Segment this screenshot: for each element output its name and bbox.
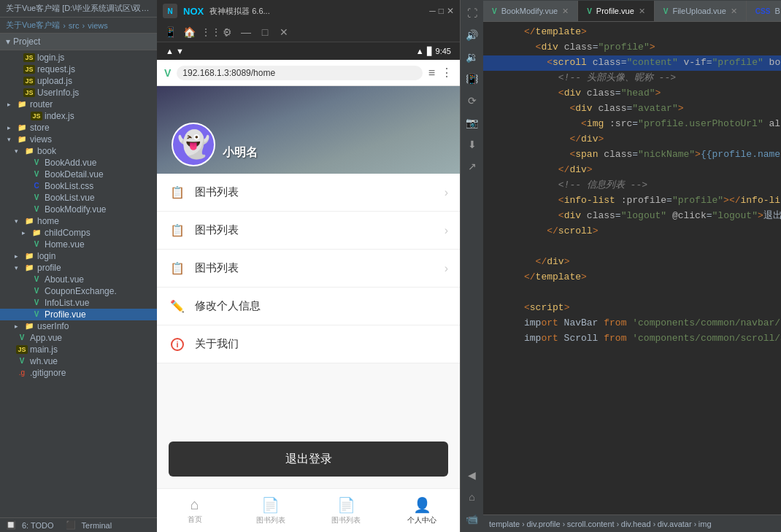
code-line: <!-- 信息列表 --> <box>483 178 781 193</box>
toolbar-rotate-icon[interactable]: ⟳ <box>462 90 482 111</box>
tree-item-booklist-css[interactable]: CBookList.css <box>0 180 157 192</box>
editor-tab-tab-bookmodify[interactable]: VBookModify.vue✕ <box>483 1 578 21</box>
editor-tab-tab-fileupload[interactable]: VFileUpload.vue✕ <box>655 1 747 21</box>
toolbar-icon-4[interactable]: ⚙ <box>220 26 234 38</box>
tree-label: profile <box>37 263 61 273</box>
tree-item-login-folder[interactable]: ▸📁login <box>0 250 157 262</box>
nav-item-nav-profile[interactable]: 👤个人中心 <box>384 496 460 525</box>
tree-item-bookmodify-vue[interactable]: VBookModify.vue <box>0 204 157 215</box>
toolbar-icon-7[interactable]: ✕ <box>277 26 291 38</box>
tree-item-views[interactable]: ▾📁views <box>0 134 157 145</box>
tree-item-booklist-vue[interactable]: VBookList.vue <box>0 192 157 204</box>
profile-header: 👻 小明名 <box>157 86 460 174</box>
tree-label: store <box>30 123 50 133</box>
project-header[interactable]: ▾ Project <box>0 34 157 50</box>
avatar: 👻 <box>172 123 215 166</box>
tree-item-userinfo-folder[interactable]: ▸📁userInfo <box>0 320 157 332</box>
browser-menu-icon[interactable]: ≡ <box>428 66 435 80</box>
editor-tab-tab-css[interactable]: CSSB <box>747 1 781 21</box>
tree-item-coupon-vue[interactable]: VCouponExchange. <box>0 285 157 297</box>
toolbar-camera-icon[interactable]: 📹 <box>462 509 482 529</box>
toolbar-icon-6[interactable]: □ <box>258 26 272 38</box>
tab-label: B <box>774 7 780 15</box>
tree-item-profile-vue[interactable]: VProfile.vue <box>0 309 157 320</box>
tree-arrow: ▾ <box>15 264 23 271</box>
browser-url[interactable]: 192.168.1.3:8089/home <box>177 66 422 80</box>
terminal-label[interactable]: Terminal <box>82 521 112 530</box>
tree-item-bookdetail-vue[interactable]: VBookDetail.vue <box>0 169 157 180</box>
menu-item-menu5[interactable]: i关于我们 <box>157 325 460 363</box>
nav-icon: 📄 <box>337 496 355 514</box>
toolbar-screenshot-icon[interactable]: 📷 <box>462 112 482 133</box>
toolbar-vibrate-icon[interactable]: 📳 <box>462 69 482 89</box>
nox-maximize-btn[interactable]: □ <box>439 6 444 16</box>
tree-item-router[interactable]: ▸📁router <box>0 99 157 110</box>
logout-button[interactable]: 退出登录 <box>169 442 448 477</box>
code-line <box>483 239 781 255</box>
nox-close-btn[interactable]: ✕ <box>447 6 454 16</box>
tree-icon-js: JS <box>23 88 35 98</box>
toolbar-icon-5[interactable]: — <box>239 26 253 38</box>
tree-label: wh.vue <box>30 356 58 366</box>
toolbar-icon-3[interactable]: ⋮⋮⋮ <box>201 26 215 38</box>
nav-item-nav-home[interactable]: ⌂首页 <box>157 496 233 525</box>
tree-icon-folder: 📁 <box>16 134 28 144</box>
todo-label[interactable]: 6: TODO <box>22 521 54 530</box>
editor-area[interactable]: </template> <div class="profile"> <scrol… <box>483 22 781 514</box>
tab-close-btn[interactable]: ✕ <box>562 7 569 16</box>
tab-label: BookModify.vue <box>501 7 558 15</box>
toolbar-back-icon[interactable]: ◀ <box>462 465 482 485</box>
tree-arrow: ▾ <box>7 136 16 143</box>
tree-item-bookadd-vue[interactable]: VBookAdd.vue <box>0 157 157 169</box>
tree-item-book[interactable]: ▾📁book <box>0 145 157 157</box>
tree-item-infolist-vue[interactable]: VInfoList.vue <box>0 297 157 309</box>
toolbar-share-icon[interactable]: ↗ <box>462 156 482 177</box>
tree-item-childcomps[interactable]: ▸📁childComps <box>0 227 157 239</box>
toolbar-volume-down-icon[interactable]: 🔉 <box>462 47 482 67</box>
tree-label: BookAdd.vue <box>45 158 96 168</box>
editor-tab-tab-profile[interactable]: VProfile.vue✕ <box>578 1 655 21</box>
tree-item-gitignore[interactable]: .g.gitignore <box>0 367 157 379</box>
tab-close-btn[interactable]: ✕ <box>639 7 645 16</box>
tree-item-about-vue[interactable]: VAbout.vue <box>0 274 157 285</box>
tree-item-index-js[interactable]: JSindex.js <box>0 110 157 122</box>
menu-item-menu1[interactable]: 📋图书列表› <box>157 174 460 212</box>
tree-item-home[interactable]: ▾📁home <box>0 215 157 227</box>
tree-item-upload-js[interactable]: JSupload.js <box>0 75 157 87</box>
tree-item-main-js[interactable]: JSmain.js <box>0 344 157 355</box>
tree-label: About.vue <box>45 274 84 285</box>
tree-arrow: ▸ <box>15 252 23 260</box>
nav-item-nav-book1[interactable]: 📄图书列表 <box>233 496 309 525</box>
terminal-tab[interactable]: ⬛ <box>66 520 76 530</box>
menu-list: 📋图书列表›📋图书列表›📋图书列表›✏️修改个人信息i关于我们 <box>157 174 460 430</box>
tree-item-profile-folder[interactable]: ▾📁profile <box>0 262 157 274</box>
phone-simulator: N NOX 夜神模拟器 6.6... ─ □ ✕ 📱 🏠 ⋮⋮⋮ ⚙ — □ ✕… <box>157 0 460 532</box>
nav-item-nav-book2[interactable]: 📄图书列表 <box>309 496 385 525</box>
code-line: </div> <box>483 132 781 147</box>
browser-more-icon[interactable]: ⋮ <box>441 66 453 80</box>
tree-item-app-vue[interactable]: VApp.vue <box>0 332 157 344</box>
tree-item-home-vue[interactable]: VHome.vue <box>0 239 157 250</box>
tree-icon-git: .g <box>16 368 28 378</box>
nav-label: 图书列表 <box>331 515 361 525</box>
menu-item-menu4[interactable]: ✏️修改个人信息 <box>157 288 460 325</box>
toolbar-volume-icon[interactable]: 🔊 <box>462 25 482 45</box>
menu-item-menu2[interactable]: 📋图书列表› <box>157 212 460 250</box>
toolbar-home-icon[interactable]: ⌂ <box>462 487 482 507</box>
tree-item-store[interactable]: ▸📁store <box>0 122 157 134</box>
tree-item-userinfo-js[interactable]: JSUserInfo.js <box>0 87 157 99</box>
tree-item-login-js[interactable]: JSlogin.js <box>0 52 157 63</box>
tree-label: .gitignore <box>30 368 66 378</box>
nox-minimize-btn[interactable]: ─ <box>429 6 436 16</box>
toolbar-icon-1[interactable]: 📱 <box>163 26 177 38</box>
status-breadcrumb: template › div.profile › scroll.content … <box>489 520 712 528</box>
tree-item-request-js[interactable]: JSrequest.js <box>0 63 157 75</box>
toolbar-install-icon[interactable]: ⬇ <box>462 134 482 155</box>
nav-label: 个人中心 <box>407 515 436 525</box>
todo-tab[interactable]: 🔲 <box>6 520 16 530</box>
toolbar-expand-icon[interactable]: ⛶ <box>462 3 482 23</box>
tab-close-btn[interactable]: ✕ <box>731 7 737 16</box>
toolbar-icon-2[interactable]: 🏠 <box>182 26 196 38</box>
tree-item-wh-vue[interactable]: Vwh.vue <box>0 355 157 367</box>
menu-item-menu3[interactable]: 📋图书列表› <box>157 250 460 288</box>
